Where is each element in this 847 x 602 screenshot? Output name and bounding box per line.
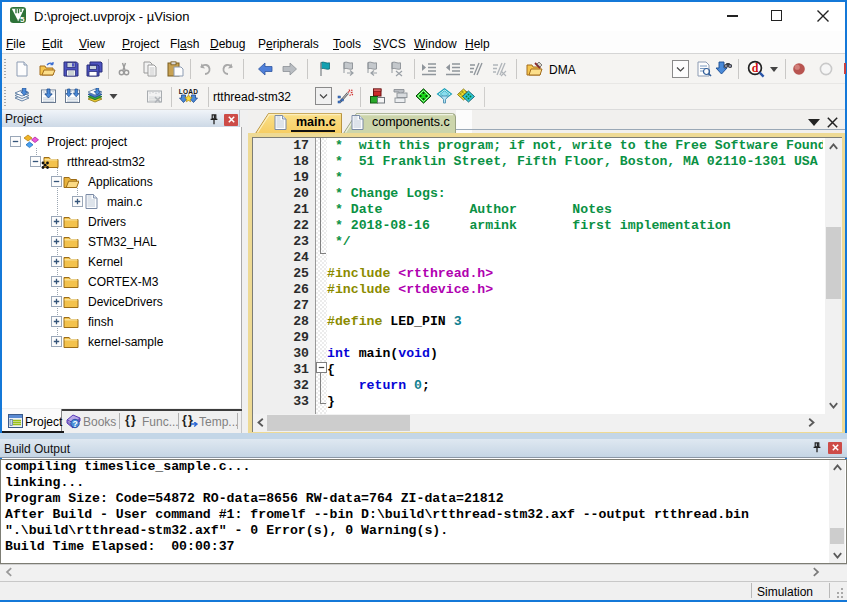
svg-text:?: ? [72,419,77,429]
svg-text:LOAD: LOAD [179,88,199,95]
svg-text:5: 5 [20,15,25,23]
svg-text:d: d [752,61,759,75]
